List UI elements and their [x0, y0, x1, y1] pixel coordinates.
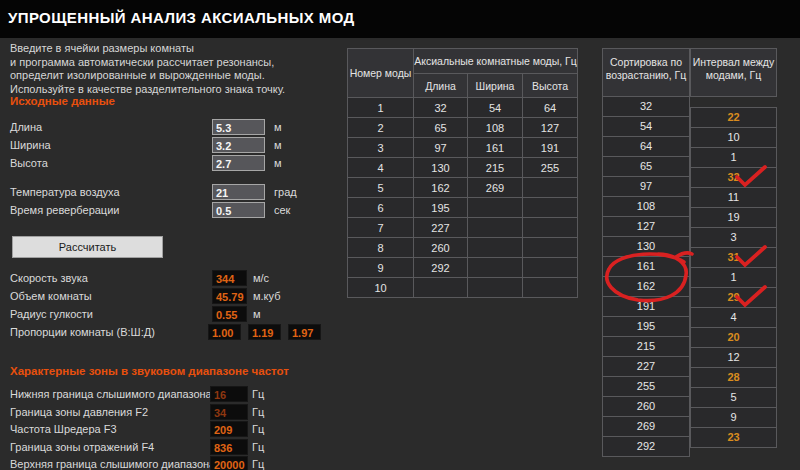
field-label: Температура воздуха — [10, 186, 120, 198]
zone-value-f3: 209 — [210, 421, 248, 437]
mode-number-cell: 7 — [348, 218, 414, 238]
field-label: Высота — [10, 157, 48, 169]
mode-freq-cell: 65 — [414, 118, 468, 138]
input-temperature[interactable]: 21 — [212, 184, 265, 200]
modes-table-row: 4130215255 — [348, 158, 578, 178]
mode-freq-cell: 215 — [468, 158, 523, 178]
mode-freq-cell: 108 — [468, 118, 523, 138]
interval-value-cell: 19 — [690, 207, 777, 228]
section-header-input-data: Исходные данные — [10, 95, 115, 107]
zone-unit: Гц — [252, 423, 264, 435]
output-label: Скорость звука — [10, 272, 88, 284]
mode-freq-cell — [414, 278, 468, 298]
output-room-proportions: 1.19 — [248, 324, 281, 340]
zone-unit: Гц — [252, 388, 264, 400]
mode-freq-cell — [523, 238, 578, 258]
zone-label: Верхняя граница слышимого диапазона F5 — [10, 458, 231, 470]
sorted-value-cell: 269 — [602, 416, 690, 437]
sorted-value-cell: 227 — [602, 356, 690, 377]
zone-value-f1: 16 — [210, 386, 248, 402]
sorted-value-cell: 260 — [602, 396, 690, 417]
sorted-value-cell: 108 — [602, 196, 690, 217]
output-label: Объем комнаты — [10, 290, 92, 302]
modes-table-row: 1325464 — [348, 98, 578, 118]
mode-freq-cell: 269 — [468, 178, 523, 198]
zone-value-f5: 20000 — [210, 456, 248, 470]
interval-value-cell: 9 — [690, 407, 777, 428]
mode-intervals-column: Интервал между модами, Гц221013211193311… — [690, 48, 777, 448]
zone-row: Частота Шредера F3209Гц — [10, 421, 340, 439]
mode-freq-cell: 32 — [414, 98, 468, 118]
sorted-value-cell: 191 — [602, 296, 690, 317]
modes-table-row: 397161191 — [348, 138, 578, 158]
mode-freq-cell: 260 — [414, 238, 468, 258]
output-boom-radius: 0.55 — [212, 306, 247, 322]
mode-freq-cell — [468, 218, 523, 238]
output-row: Радиус гулкости0.55м — [10, 306, 370, 324]
field-row: Температура воздуха 21 град — [10, 184, 330, 202]
zone-unit: Гц — [252, 441, 264, 453]
mode-freq-cell: 162 — [414, 178, 468, 198]
output-room-proportions: 1.97 — [288, 324, 321, 340]
modes-subheader: Высота — [523, 74, 578, 98]
mode-freq-cell — [468, 238, 523, 258]
output-fields-group: Скорость звука344м/сОбъем комнаты45.79м.… — [10, 270, 370, 342]
modes-subheader: Ширина — [468, 74, 523, 98]
interval-value-cell: 5 — [690, 387, 777, 408]
mode-number-cell: 2 — [348, 118, 414, 138]
output-label: Радиус гулкости — [10, 308, 93, 320]
intro-line: Введите в ячейки размеры комнаты — [10, 42, 285, 56]
sorted-value-cell: 255 — [602, 376, 690, 397]
modes-table-row: 265108127 — [348, 118, 578, 138]
mode-freq-cell: 161 — [468, 138, 523, 158]
output-row: Пропорции комнаты (В:Ш:Д)1.001.191.97 — [10, 324, 370, 342]
modes-subheader: Длина — [414, 74, 468, 98]
output-sound-speed: 344 — [212, 270, 247, 286]
output-unit: м — [253, 308, 261, 320]
interval-value-cell: 31 — [690, 247, 777, 268]
mode-freq-cell — [523, 198, 578, 218]
field-unit: град — [274, 186, 297, 198]
mode-number-cell: 8 — [348, 238, 414, 258]
mode-freq-cell: 130 — [414, 158, 468, 178]
interval-value-cell: 20 — [690, 327, 777, 348]
zone-unit: Гц — [252, 458, 264, 470]
interval-value-cell: 23 — [690, 427, 777, 448]
zone-unit: Гц — [252, 406, 264, 418]
title-bar: УПРОЩЕННЫЙ АНАЛИЗ АКСИАЛЬНЫХ МОД — [0, 0, 800, 38]
output-row: Скорость звука344м/с — [10, 270, 370, 288]
intro-line: Используйте в качестве разделительного з… — [10, 83, 285, 97]
zone-label: Частота Шредера F3 — [10, 423, 117, 435]
sorted-value-cell: 215 — [602, 336, 690, 357]
modes-table-row: 8260 — [348, 238, 578, 258]
sorted-value-cell: 54 — [602, 116, 690, 137]
input-width[interactable]: 3.2 — [212, 137, 265, 153]
section-header-frequency-zones: Характерные зоны в звуковом диапазоне ча… — [10, 365, 289, 377]
input-fields-group: Длина 5.3 м Ширина 3.2 м Высота 2.7 м Те… — [10, 119, 330, 220]
mode-freq-cell — [468, 278, 523, 298]
sorted-value-cell: 195 — [602, 316, 690, 337]
sorted-modes-column: Сортировка по возрастанию, Гц32546465971… — [602, 48, 690, 457]
frequency-zones-group: Нижняя граница слышимого диапазона F116Г… — [10, 386, 340, 470]
field-row: Время реверберации 0.5 сек — [10, 202, 330, 220]
modes-table-row: 9292 — [348, 258, 578, 278]
calculate-button[interactable]: Рассчитать — [12, 236, 163, 258]
field-label: Ширина — [10, 139, 51, 151]
mode-freq-cell — [523, 258, 578, 278]
mode-freq-cell: 54 — [468, 98, 523, 118]
mode-number-cell: 3 — [348, 138, 414, 158]
mode-freq-cell: 127 — [523, 118, 578, 138]
input-height[interactable]: 2.7 — [212, 155, 265, 171]
output-row: Объем комнаты45.79м.куб — [10, 288, 370, 306]
mode-freq-cell — [523, 278, 578, 298]
input-length[interactable]: 5.3 — [212, 119, 265, 135]
zone-label: Нижняя граница слышимого диапазона F1 — [10, 388, 228, 400]
field-label: Время реверберации — [10, 204, 119, 216]
sorted-value-cell: 130 — [602, 236, 690, 257]
sorted-value-cell: 127 — [602, 216, 690, 237]
zone-label: Граница зоны давления F2 — [10, 406, 148, 418]
field-row: Длина 5.3 м — [10, 119, 330, 137]
input-reverb-time[interactable]: 0.5 — [212, 202, 265, 218]
field-unit: м — [274, 157, 282, 169]
interval-value-cell: 1 — [690, 147, 777, 168]
